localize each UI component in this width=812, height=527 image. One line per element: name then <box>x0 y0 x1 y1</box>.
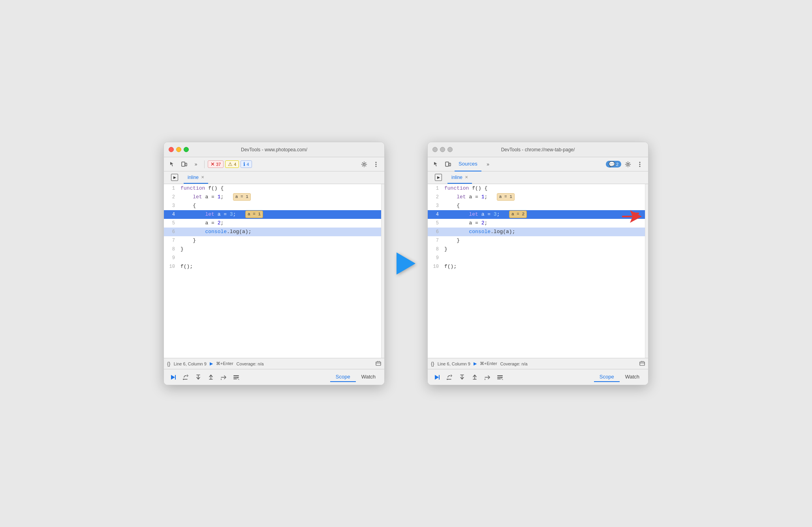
left-step-over-icon[interactable] <box>180 372 192 383</box>
right-more-options-icon[interactable] <box>635 159 645 169</box>
left-panel-icon: ▶ <box>167 171 184 184</box>
right-line-2: 2 let a = 1; a = 1 <box>428 193 645 201</box>
left-warnings-badge[interactable]: ⚠ 4 <box>225 160 239 168</box>
svg-rect-21 <box>640 362 645 365</box>
svg-rect-6 <box>376 362 381 365</box>
svg-point-2 <box>363 163 365 165</box>
right-step-out-icon[interactable] <box>469 372 481 383</box>
svg-line-13 <box>237 378 239 380</box>
left-file-tab[interactable]: inline ✕ <box>184 171 208 184</box>
left-line-4: 4 let a = 3; a = 1 <box>164 210 381 219</box>
left-scrollbar[interactable] <box>381 184 384 358</box>
right-traffic-lights <box>432 147 453 152</box>
right-line-5: 5 a = 2; <box>428 219 645 228</box>
left-step-into-icon[interactable] <box>192 372 204 383</box>
left-errors-badge[interactable]: ✕ 37 <box>208 160 224 168</box>
scene: DevTools - www.photopea.com/ » ✕ 37 <box>148 126 664 401</box>
svg-point-17 <box>639 162 641 163</box>
left-line-7: 7 } <box>164 236 381 245</box>
right-scope-tab[interactable]: Scope <box>594 372 620 382</box>
left-line-9: 9 <box>164 254 381 262</box>
svg-point-4 <box>376 164 377 165</box>
right-window-title: DevTools - chrome://new-tab-page/ <box>501 147 575 152</box>
left-tab-close[interactable]: ✕ <box>201 175 204 179</box>
svg-marker-22 <box>435 375 439 380</box>
right-code-scrollbar-area: 1 function f() { 2 let a = 1; a = 1 3 { … <box>428 184 648 358</box>
right-debug-toolbar: Scope Watch <box>428 369 648 385</box>
right-watch-tab[interactable]: Watch <box>620 372 645 382</box>
right-sources-tab[interactable]: Sources <box>455 157 481 171</box>
right-line-3: 3 { <box>428 201 645 210</box>
svg-line-28 <box>501 378 503 380</box>
right-close-button[interactable] <box>432 147 438 152</box>
right-status-right <box>639 361 645 367</box>
right-settings-icon[interactable] <box>623 159 633 169</box>
svg-point-5 <box>376 166 377 167</box>
left-more-icon[interactable]: » <box>191 159 201 169</box>
right-scrollbar[interactable] <box>645 184 648 358</box>
left-toolbar: » ✕ 37 ⚠ 4 ℹ 4 <box>164 157 384 171</box>
svg-point-18 <box>639 164 641 165</box>
right-format-icon[interactable]: {} <box>431 361 434 367</box>
left-line-8: 8 } <box>164 245 381 254</box>
left-step-icon[interactable] <box>218 372 229 383</box>
left-more-options-icon[interactable] <box>371 159 381 169</box>
right-coverage: Coverage: n/a <box>500 361 528 366</box>
left-settings-icon[interactable] <box>359 159 369 169</box>
left-inspect-icon[interactable] <box>167 159 177 169</box>
left-resume-icon[interactable] <box>167 372 179 383</box>
right-debug-tabs: Scope Watch <box>594 372 645 382</box>
left-watch-tab[interactable]: Watch <box>356 372 381 382</box>
left-deactivate-icon[interactable] <box>230 372 242 383</box>
left-traffic-lights <box>169 147 189 152</box>
left-scope-tab[interactable]: Scope <box>330 372 356 382</box>
right-line-10: 10 f(); <box>428 262 645 271</box>
right-resume-icon[interactable] <box>431 372 443 383</box>
right-toolbar: Sources » 💬 2 <box>428 157 648 171</box>
right-deactivate-icon[interactable] <box>494 372 506 383</box>
left-line-6: 6 console.log(a); <box>164 228 381 236</box>
left-line-5: 5 a = 2; <box>164 219 381 228</box>
left-debug-toolbar: Scope Watch <box>164 369 384 385</box>
right-file-tab[interactable]: inline ✕ <box>447 171 472 184</box>
left-issues-badge[interactable]: ℹ 4 <box>241 160 252 168</box>
right-inspect-icon[interactable] <box>431 159 441 169</box>
right-maximize-button[interactable] <box>447 147 453 152</box>
right-step-into-icon[interactable] <box>456 372 468 383</box>
right-chat-badge[interactable]: 💬 2 <box>606 161 621 168</box>
right-more-icon[interactable]: » <box>483 159 493 169</box>
right-step-icon[interactable] <box>481 372 493 383</box>
right-step-over-icon[interactable] <box>444 372 455 383</box>
left-empty-space <box>164 271 381 358</box>
svg-point-19 <box>639 166 641 167</box>
svg-rect-23 <box>439 375 440 380</box>
left-window-title: DevTools - www.photopea.com/ <box>241 147 307 152</box>
svg-rect-8 <box>175 375 176 380</box>
left-step-out-icon[interactable] <box>205 372 217 383</box>
red-arrow-svg <box>622 209 642 227</box>
right-minimize-button[interactable] <box>440 147 445 152</box>
svg-rect-1 <box>185 163 187 166</box>
left-title-bar: DevTools - www.photopea.com/ <box>164 142 384 157</box>
left-minimize-button[interactable] <box>176 147 181 152</box>
right-device-icon[interactable] <box>443 159 453 169</box>
left-status-right <box>376 361 381 367</box>
right-empty-space <box>428 271 645 358</box>
svg-rect-15 <box>449 163 451 166</box>
left-device-icon[interactable] <box>179 159 189 169</box>
right-line-1: 1 function f() { <box>428 184 645 193</box>
svg-rect-0 <box>182 162 185 166</box>
direction-arrow <box>397 252 415 275</box>
left-debug-tabs: Scope Watch <box>330 372 381 382</box>
right-tab-close[interactable]: ✕ <box>465 175 468 179</box>
left-maximize-button[interactable] <box>184 147 189 152</box>
left-close-button[interactable] <box>169 147 174 152</box>
right-inline-icon: ▶ <box>435 174 442 181</box>
left-code-area: 1 function f() { 2 let a = 1; a = 1 3 { … <box>164 184 381 358</box>
left-format-icon[interactable]: {} <box>167 361 171 367</box>
right-run-icon[interactable]: ▶ <box>474 361 477 366</box>
left-devtools-window: DevTools - www.photopea.com/ » ✕ 37 <box>164 142 385 385</box>
left-toolbar-right <box>359 159 381 169</box>
left-run-icon[interactable]: ▶ <box>210 361 213 366</box>
right-toolbar-right: 💬 2 <box>606 159 645 169</box>
